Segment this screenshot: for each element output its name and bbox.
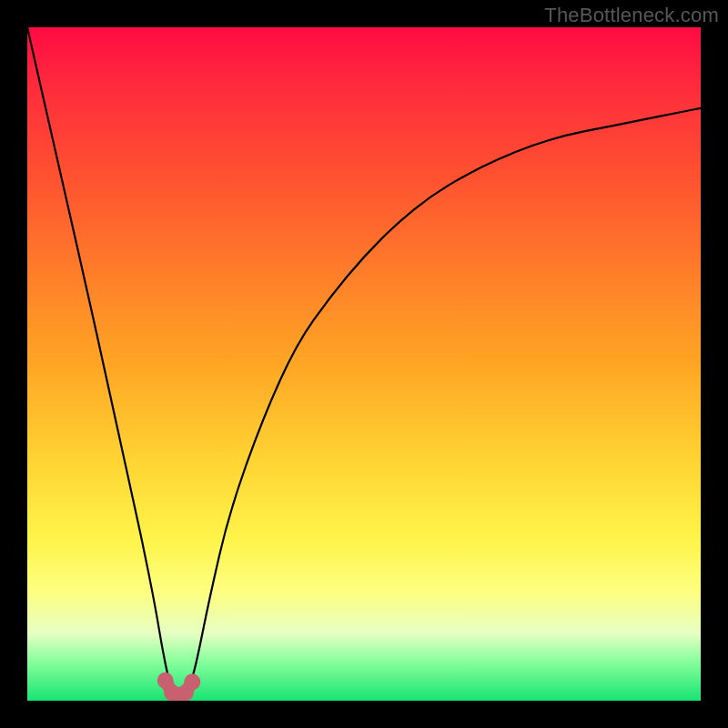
- watermark-label: TheBottleneck.com: [544, 4, 719, 27]
- plot-area: [27, 27, 701, 701]
- trough-marker: [184, 673, 200, 690]
- bottleneck-curve: [27, 27, 701, 701]
- chart-frame: TheBottleneck.com: [0, 0, 728, 728]
